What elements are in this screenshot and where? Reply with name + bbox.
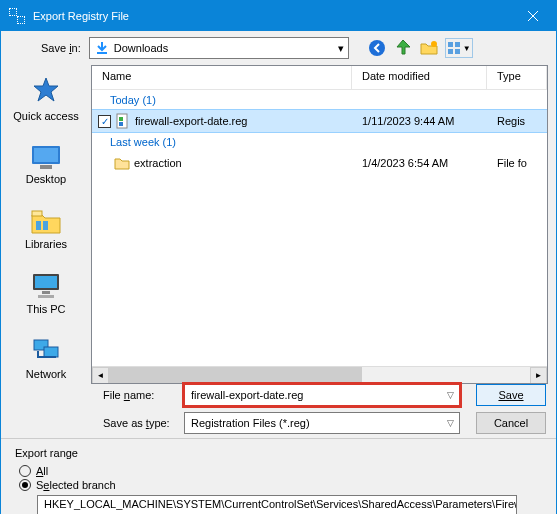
savein-label: Save in: [41,42,81,54]
svg-rect-8 [34,148,58,162]
svg-point-1 [369,40,385,56]
radio-icon [19,465,31,477]
svg-rect-5 [448,49,453,54]
file-date: 1/4/2023 6:54 AM [352,157,487,169]
filetype-value: Registration Files (*.reg) [191,417,310,429]
views-icon [447,41,461,55]
file-date: 1/11/2023 9:44 AM [352,115,487,127]
network-icon [30,337,62,365]
svg-rect-21 [119,122,123,126]
radio-selected-branch[interactable]: Selected branch [19,479,538,491]
up-one-level-icon [394,39,412,57]
svg-rect-18 [44,347,58,357]
back-button[interactable] [367,38,387,58]
desktop-icon [30,144,62,170]
chevron-down-icon: ▽ [447,390,454,400]
column-headers[interactable]: Name Date modified Type [92,66,547,90]
horizontal-scrollbar[interactable]: ◄ ► [92,366,547,383]
file-type: File fo [487,157,547,169]
file-list[interactable]: Name Date modified Type Today (1) ✓ fire… [91,65,548,384]
svg-rect-0 [97,52,107,54]
export-range-group: Export range All Selected branch HKEY_LO… [1,438,556,514]
chevron-down-icon: ▽ [447,418,454,428]
app-icon [9,8,25,24]
filetype-combo[interactable]: Registration Files (*.reg) ▽ [184,412,460,434]
newfolder-button[interactable] [419,38,439,58]
place-network[interactable]: Network [6,333,86,384]
filename-value: firewall-export-date.reg [191,389,304,401]
col-type[interactable]: Type [487,66,547,89]
chevron-down-icon: ▾ [338,42,344,55]
close-icon [528,11,538,21]
pc-icon [29,272,63,300]
svg-rect-20 [119,117,123,121]
file-type: Regis [487,115,547,127]
scroll-right-icon[interactable]: ► [530,367,547,384]
place-this-pc[interactable]: This PC [6,268,86,319]
filename-input[interactable]: firewall-export-date.reg ▽ [184,384,460,406]
savein-value: Downloads [114,42,168,54]
place-libraries[interactable]: Libraries [6,203,86,254]
libraries-icon [30,207,62,235]
views-button[interactable]: ▼ [445,38,473,58]
chevron-down-icon: ▼ [463,44,471,53]
svg-rect-4 [455,42,460,47]
file-name: extraction [134,157,182,169]
svg-rect-14 [35,276,57,288]
filename-label: File name: [91,389,176,401]
svg-rect-11 [36,221,41,230]
scroll-thumb[interactable] [109,367,362,384]
group-header[interactable]: Last week (1) [92,132,547,152]
col-date[interactable]: Date modified [352,66,487,89]
svg-rect-6 [455,49,460,54]
branch-path-value: HKEY_LOCAL_MACHINE\SYSTEM\CurrentControl… [44,498,517,510]
col-name[interactable]: Name [92,66,352,89]
titlebar: Export Registry File [1,1,556,31]
scroll-left-icon[interactable]: ◄ [92,367,109,384]
close-button[interactable] [510,1,556,31]
back-icon [368,39,386,57]
up-button[interactable] [393,38,413,58]
file-name: firewall-export-date.reg [135,115,248,127]
svg-rect-12 [43,221,48,230]
cancel-button[interactable]: Cancel [476,412,546,434]
branch-path-input[interactable]: HKEY_LOCAL_MACHINE\SYSTEM\CurrentControl… [37,495,517,514]
place-quick-access[interactable]: Quick access [6,71,86,126]
filetype-label: Save as type: [91,417,176,429]
place-desktop[interactable]: Desktop [6,140,86,189]
places-bar: Quick access Desktop Libraries This PC [1,65,91,384]
svg-rect-10 [32,211,42,216]
svg-rect-3 [448,42,453,47]
svg-rect-9 [40,165,52,169]
radio-icon [19,479,31,491]
star-icon [30,75,62,107]
checkbox-icon[interactable]: ✓ [98,115,111,128]
export-range-title: Export range [15,447,542,459]
reg-file-icon [115,113,131,129]
radio-all[interactable]: All [19,465,538,477]
new-folder-icon [420,39,438,57]
file-row[interactable]: ✓ firewall-export-date.reg 1/11/2023 9:4… [92,110,547,132]
download-arrow-icon [94,40,110,56]
savein-combo[interactable]: Downloads ▾ [89,37,349,59]
window-title: Export Registry File [33,10,129,22]
group-header[interactable]: Today (1) [92,90,547,110]
file-row[interactable]: extraction 1/4/2023 6:54 AM File fo [92,152,547,174]
svg-rect-16 [38,295,54,298]
svg-point-2 [431,41,437,47]
svg-rect-15 [42,291,50,294]
save-button[interactable]: Save [476,384,546,406]
folder-icon [114,155,130,171]
